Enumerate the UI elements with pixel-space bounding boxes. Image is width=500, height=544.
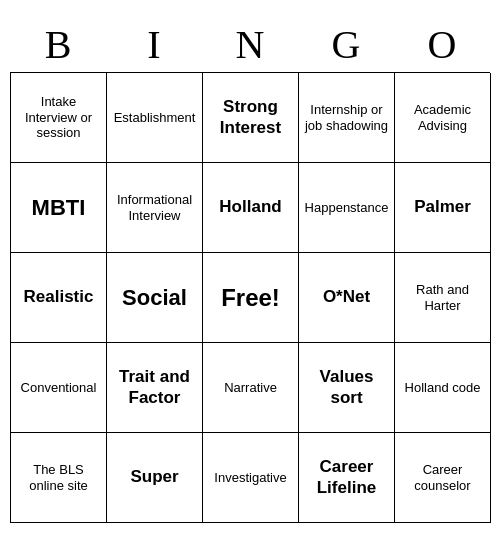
cell-text: Establishment (114, 110, 196, 126)
cell-text: Happenstance (305, 200, 389, 216)
bingo-cell-r2c0: Realistic (11, 253, 107, 343)
cell-text: Palmer (414, 197, 471, 217)
bingo-cell-r2c3: O*Net (299, 253, 395, 343)
header-letter: O (398, 21, 486, 68)
header-letter: I (110, 21, 198, 68)
cell-text: MBTI (32, 195, 86, 220)
bingo-cell-r0c3: Internship or job shadowing (299, 73, 395, 163)
bingo-cell-r4c4: Career counselor (395, 433, 491, 523)
cell-text: Strong Interest (207, 97, 294, 138)
cell-text: Academic Advising (399, 102, 486, 133)
bingo-cell-r3c3: Values sort (299, 343, 395, 433)
bingo-cell-r1c2: Holland (203, 163, 299, 253)
bingo-cell-r3c2: Narrative (203, 343, 299, 433)
bingo-cell-r4c0: The BLS online site (11, 433, 107, 523)
bingo-cell-r2c1: Social (107, 253, 203, 343)
bingo-container: BINGO Intake Interview or sessionEstabli… (10, 21, 490, 523)
header-letter: N (206, 21, 294, 68)
header-letter: B (14, 21, 102, 68)
cell-text: The BLS online site (15, 462, 102, 493)
bingo-cell-r4c3: Career Lifeline (299, 433, 395, 523)
bingo-cell-r1c1: Informational Interview (107, 163, 203, 253)
bingo-cell-r0c2: Strong Interest (203, 73, 299, 163)
cell-text: Holland (219, 197, 281, 217)
bingo-cell-r1c3: Happenstance (299, 163, 395, 253)
cell-text: Internship or job shadowing (303, 102, 390, 133)
cell-text: Holland code (405, 380, 481, 396)
cell-text: Realistic (24, 287, 94, 307)
cell-text: Narrative (224, 380, 277, 396)
bingo-grid: Intake Interview or sessionEstablishment… (10, 72, 490, 523)
header-letter: G (302, 21, 390, 68)
cell-text: Rath and Harter (399, 282, 486, 313)
cell-text: Trait and Factor (111, 367, 198, 408)
cell-text: Intake Interview or session (15, 94, 102, 141)
bingo-cell-r4c2: Investigative (203, 433, 299, 523)
cell-text: Values sort (303, 367, 390, 408)
bingo-cell-r1c0: MBTI (11, 163, 107, 253)
cell-text: Career counselor (399, 462, 486, 493)
bingo-cell-r0c1: Establishment (107, 73, 203, 163)
bingo-header: BINGO (10, 21, 490, 68)
bingo-cell-r2c2: Free! (203, 253, 299, 343)
cell-text: Career Lifeline (303, 457, 390, 498)
bingo-cell-r3c4: Holland code (395, 343, 491, 433)
bingo-cell-r2c4: Rath and Harter (395, 253, 491, 343)
bingo-cell-r0c0: Intake Interview or session (11, 73, 107, 163)
bingo-cell-r3c1: Trait and Factor (107, 343, 203, 433)
bingo-cell-r3c0: Conventional (11, 343, 107, 433)
cell-text: Conventional (21, 380, 97, 396)
cell-text: Free! (221, 284, 280, 312)
cell-text: Informational Interview (111, 192, 198, 223)
bingo-cell-r0c4: Academic Advising (395, 73, 491, 163)
cell-text: Investigative (214, 470, 286, 486)
bingo-cell-r4c1: Super (107, 433, 203, 523)
cell-text: O*Net (323, 287, 370, 307)
bingo-cell-r1c4: Palmer (395, 163, 491, 253)
cell-text: Social (122, 285, 187, 310)
cell-text: Super (130, 467, 178, 487)
